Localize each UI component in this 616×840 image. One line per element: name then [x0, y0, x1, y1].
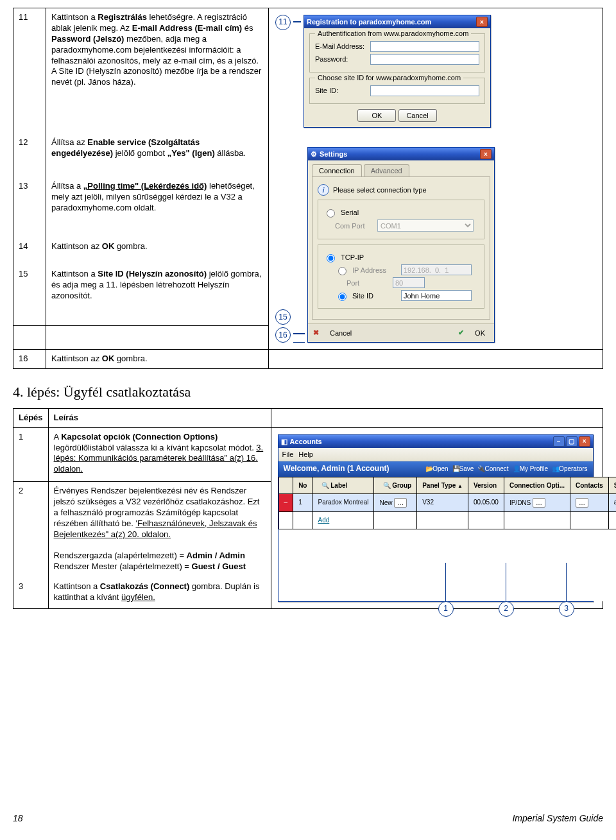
siteid-input[interactable] [401, 290, 472, 301]
table-row[interactable]: – 1 Paradox Montreal New … V32 00.05.00 … [278, 494, 616, 512]
cancel-button[interactable]: Cancel [398, 109, 437, 122]
email-label: E-Mail Address: [315, 42, 366, 51]
callout-16: 16 [275, 327, 291, 343]
step-desc-extra: Rendszergazda (alapértelmezett) = Admin … [48, 547, 271, 578]
callout-2: 2 [499, 601, 514, 617]
cancel-icon: ✖ [313, 328, 323, 338]
ip-field [401, 264, 472, 275]
steps-table-a: 11 Kattintson a Regisztrálás lehetőségre… [13, 8, 603, 369]
step-desc: Állítsa az Enable service (Szolgáltatás … [46, 133, 269, 177]
maximize-icon[interactable]: ▢ [566, 436, 578, 447]
steps-table-b: Lépés Leírás 1 A Kapcsolat opciók (Conne… [13, 408, 603, 610]
siteid-radio[interactable] [338, 293, 346, 301]
step-desc: Kattintson a Csatlakozás (Connect) gombr… [48, 578, 271, 609]
row-delete-icon[interactable]: – [278, 494, 293, 512]
profile-button[interactable]: 👤My Profile [513, 465, 548, 473]
settings-window: ⚙ Settings × Connection Advanced i [307, 147, 495, 343]
welcome-text: Welcome, Admin (1 Account) [284, 464, 389, 474]
registration-window: Registration to paradoxmyhome.com × Auth… [304, 15, 491, 128]
siteid-field[interactable] [370, 85, 479, 96]
close-icon[interactable]: × [476, 17, 488, 27]
step-desc: Kattintson a Regisztrálás lehetőségre. A… [46, 8, 269, 133]
info-icon: i [318, 184, 329, 196]
callout-11: 11 [275, 15, 291, 30]
tab-connection[interactable]: Connection [312, 164, 362, 176]
step-desc: A Kapcsolat opciók (Connection Options) … [48, 427, 271, 481]
step-num: 14 [13, 237, 46, 265]
step-num: 16 [13, 350, 46, 369]
ok-button[interactable]: OK [357, 109, 396, 122]
connect-button[interactable]: 🔌Connect [477, 465, 508, 473]
screenshot-cell-1: 11 Registration to paradoxmyhome.com × A… [269, 8, 603, 350]
email-field[interactable] [370, 41, 479, 52]
screenshot-cell-3: ◧ Accounts – ▢ × File Help Welcome, Admi… [271, 427, 603, 609]
port-field [393, 277, 425, 288]
close-icon[interactable]: × [480, 149, 492, 159]
col-desc: Leírás [48, 408, 271, 427]
profile-icon: 👤 [513, 465, 520, 473]
step-desc: Érvényes Rendszer bejelentkezési név és … [48, 482, 271, 547]
callout-15: 15 [275, 309, 291, 325]
footer-title: Imperial System Guide [512, 812, 603, 824]
open-button[interactable]: 📂Open [425, 465, 448, 473]
menu-help[interactable]: Help [298, 450, 313, 459]
cancel-button[interactable]: Cancel [326, 327, 355, 339]
step-desc: Kattintson a Site ID (Helyszín azonosító… [46, 265, 269, 325]
dropdown-icon[interactable]: … [533, 498, 545, 508]
section-title: 4. lépés: Ügyfél csatlakoztatása [13, 383, 603, 402]
open-icon: 📂 [425, 465, 432, 473]
minimize-icon[interactable]: – [553, 436, 565, 447]
comport-select: COM1 [377, 219, 474, 232]
tab-advanced[interactable]: Advanced [364, 164, 409, 176]
menu-file[interactable]: File [282, 450, 294, 459]
window-title: Registration to paradoxmyhome.com [307, 17, 431, 26]
step-num: 11 [13, 8, 46, 133]
window-title: Accounts [290, 437, 322, 446]
password-label: Password: [315, 55, 366, 64]
gear-icon: ⚙ [311, 150, 317, 159]
step-num: 3 [13, 578, 49, 609]
step-num: 1 [13, 427, 49, 481]
operators-icon: 👥 [552, 465, 559, 473]
ipaddress-radio[interactable] [338, 267, 346, 275]
step-num: 2 [13, 482, 49, 547]
step-num: 13 [13, 177, 46, 237]
siteid-label: Site ID: [315, 86, 366, 95]
operators-button[interactable]: 👥Operators [552, 465, 587, 473]
col-step: Lépés [13, 408, 49, 427]
save-button[interactable]: 💾Save [452, 465, 474, 473]
table-row-add[interactable]: Add [278, 512, 616, 529]
password-field[interactable] [370, 54, 479, 65]
app-icon: ◧ [281, 437, 287, 446]
page-number: 18 [13, 812, 23, 824]
ok-button[interactable]: OK [471, 327, 489, 339]
step-num: 12 [13, 133, 46, 177]
callout-3: 3 [559, 601, 574, 617]
callout-1: 1 [438, 601, 454, 617]
step-desc: Kattintson az OK gombra. [46, 350, 269, 369]
step-desc: Kattintson az OK gombra. [46, 237, 269, 265]
step-desc: Állítsa a „Polling time" (Lekérdezés idő… [46, 177, 269, 237]
ok-icon: ✔ [458, 328, 468, 338]
close-icon[interactable]: × [579, 436, 590, 447]
serial-radio[interactable] [327, 209, 335, 218]
connect-icon: 🔌 [477, 465, 484, 473]
window-title: Settings [320, 150, 347, 159]
save-icon: 💾 [452, 465, 459, 473]
dropdown-icon[interactable]: … [576, 498, 588, 508]
dropdown-icon[interactable]: … [394, 498, 407, 508]
tcpip-radio[interactable] [327, 254, 335, 262]
step-num: 15 [13, 265, 46, 325]
